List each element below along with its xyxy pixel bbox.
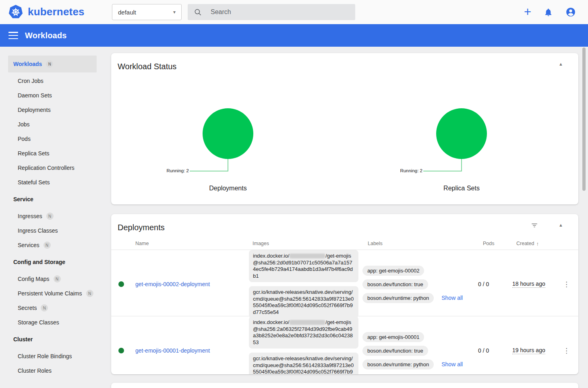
page-title: Workloads (25, 31, 67, 40)
sidebar-item-ingresses[interactable]: Ingresses N (0, 209, 103, 223)
sidebar: Workloads N Cron Jobs Daemon Sets Deploy… (0, 47, 103, 388)
kebab-menu-icon: ⋮ (563, 281, 570, 288)
image-chip: index.docker.io//get-emojis@sha256:2a063… (249, 316, 358, 349)
table-header-row: Name Images Labels Pods Created ↑ (111, 237, 578, 250)
label-chip: boson.dev/function: true (362, 346, 428, 356)
column-header-images[interactable]: Images (244, 241, 358, 246)
workload-status-charts: Running: 2 Deployments Running: 2 Replic… (111, 53, 578, 204)
legend-connector (461, 159, 462, 171)
sidebar-item-label: Pods (18, 136, 31, 142)
sidebar-item-replica-sets[interactable]: Replica Sets (0, 146, 103, 161)
label-chip: app: get-emojis-00002 (362, 266, 424, 276)
sidebar-item-label: Storage Classes (18, 319, 59, 326)
sidebar-item-secrets[interactable]: Secrets N (0, 301, 103, 315)
bell-icon (544, 8, 553, 17)
workload-status-card: Workload Status ▲ Running: 2 Deployments… (111, 53, 578, 204)
image-chip: gcr.io/knative-releases/knative.dev/serv… (249, 286, 358, 318)
pie-slice-running (436, 108, 487, 159)
redacted-registry-user (290, 320, 325, 325)
legend-connector (423, 171, 462, 171)
sidebar-item-label: Jobs (18, 121, 30, 128)
new-badge: N (46, 213, 54, 220)
sidebar-item-label: Cron Jobs (18, 78, 43, 84)
sidebar-item-label: Config Maps (18, 276, 50, 282)
main-content: Workload Status ▲ Running: 2 Deployments… (111, 53, 578, 388)
filter-button[interactable] (531, 222, 538, 230)
label-chip: boson.dev/runtime: python (362, 359, 434, 369)
sort-ascending-icon: ↑ (536, 241, 539, 247)
sidebar-item-config-maps[interactable]: Config Maps N (0, 272, 103, 286)
sidebar-item-label: Daemon Sets (18, 92, 52, 99)
table-row: get-emojis-00001-deployment index.docker… (111, 316, 578, 374)
column-header-labels[interactable]: Labels (358, 241, 472, 246)
app-bar: Workloads (0, 24, 588, 47)
sidebar-item-daemon-sets[interactable]: Daemon Sets (0, 88, 103, 103)
sidebar-item-jobs[interactable]: Jobs (0, 117, 103, 132)
next-card-partial (111, 383, 578, 388)
show-all-labels-link[interactable]: Show all (441, 295, 463, 301)
create-resource-button[interactable]: + (524, 6, 531, 18)
row-actions-menu-button[interactable]: ⋮ (563, 281, 570, 288)
filter-list-icon (531, 222, 538, 229)
sidebar-item-label: Secrets (18, 305, 37, 311)
deployment-link-get-emojis-00002[interactable]: get-emojis-00002-deployment (135, 281, 210, 287)
column-header-created[interactable]: Created ↑ (504, 241, 558, 247)
sidebar-item-label: Replication Controllers (18, 165, 75, 171)
deployment-link-get-emojis-00001[interactable]: get-emojis-00001-deployment (135, 347, 210, 354)
sidebar-item-workloads[interactable]: Workloads N (8, 56, 97, 72)
pie-chart-deployments: Running: 2 Deployments (111, 53, 345, 204)
column-header-pods[interactable]: Pods (472, 241, 504, 246)
sidebar-item-cluster-role-bindings[interactable]: Cluster Role Bindings (0, 349, 103, 363)
top-actions: + (524, 0, 576, 24)
user-avatar-icon (565, 7, 576, 17)
namespace-select[interactable]: default ▾ (112, 4, 182, 20)
row-actions-menu-button[interactable]: ⋮ (563, 347, 570, 354)
chevron-down-icon: ▾ (173, 9, 176, 15)
sidebar-item-services[interactable]: Services N (0, 238, 103, 252)
sidebar-item-label: Replica Sets (18, 150, 50, 157)
sidebar-item-storage-classes[interactable]: Storage Classes (0, 315, 103, 330)
pods-count: 0 / 0 (478, 281, 489, 287)
search-icon (194, 8, 202, 16)
brand-text: kubernetes (28, 6, 85, 18)
search-bar (188, 4, 355, 20)
notifications-button[interactable] (544, 8, 553, 17)
status-running-icon (118, 348, 124, 353)
image-chip: gcr.io/knative-releases/knative.dev/serv… (249, 353, 358, 374)
legend-connector (190, 171, 228, 171)
kebab-menu-icon: ⋮ (563, 347, 570, 355)
sidebar-item-replication-controllers[interactable]: Replication Controllers (0, 161, 103, 175)
new-badge: N (54, 275, 61, 283)
deployments-card: Deployments ▲ Name Images Labels Pods Cr… (111, 214, 578, 374)
kubernetes-brand[interactable]: kubernetes (8, 4, 85, 19)
collapse-card-button[interactable]: ▲ (559, 223, 563, 227)
pods-count: 0 / 0 (478, 347, 489, 354)
show-all-labels-link[interactable]: Show all (441, 361, 463, 367)
sidebar-item-label: Ingresses (18, 213, 42, 219)
pie-slice-running (203, 108, 253, 159)
new-badge: N (41, 304, 48, 312)
search-input[interactable] (211, 8, 349, 16)
sidebar-item-cluster-roles[interactable]: Cluster Roles (0, 363, 103, 378)
sidebar-item-deployments[interactable]: Deployments (0, 103, 103, 117)
sidebar-section-service: Service (0, 190, 103, 209)
sidebar-item-label: Cluster Roles (18, 367, 52, 374)
pie-legend-label: Running: 2 (166, 168, 189, 173)
sidebar-item-pods[interactable]: Pods (0, 132, 103, 146)
chart-title: Replica Sets (345, 185, 578, 192)
sidebar-item-cron-jobs[interactable]: Cron Jobs (0, 74, 103, 88)
label-chip: app: get-emojis-00001 (362, 332, 424, 342)
new-badge: N (86, 290, 93, 297)
sidebar-item-label: Persistent Volume Claims (18, 290, 82, 297)
sidebar-item-persistent-volume-claims[interactable]: Persistent Volume Claims N (0, 286, 103, 301)
account-button[interactable] (565, 7, 576, 17)
menu-icon[interactable] (8, 32, 18, 39)
column-header-name[interactable]: Name (131, 241, 244, 246)
sidebar-item-stateful-sets[interactable]: Stateful Sets (0, 175, 103, 190)
sidebar-section-config-and-storage: Config and Storage (0, 252, 103, 272)
sidebar-item-ingress-classes[interactable]: Ingress Classes (0, 223, 103, 238)
label-chip: boson.dev/runtime: python (362, 293, 434, 303)
add-icon: + (524, 5, 531, 19)
scrollbar-thumb[interactable] (582, 47, 586, 191)
chart-title: Deployments (111, 185, 345, 192)
